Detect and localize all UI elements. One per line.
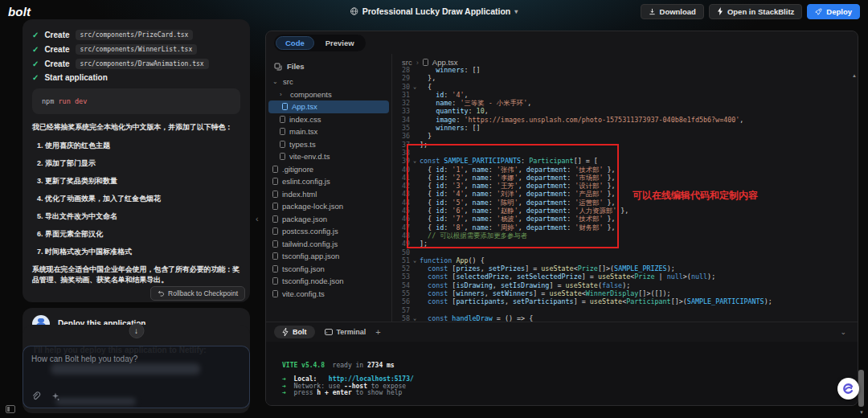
deploy-button[interactable]: Deploy	[807, 4, 860, 19]
tree-item-main-tsx[interactable]: main.tsx	[266, 125, 391, 138]
files-icon	[274, 63, 282, 71]
download-button[interactable]: Download	[641, 4, 704, 19]
fold-gap	[410, 174, 420, 182]
code-editor[interactable]: src › App.tsx 28 winners: []29 },30⌄ {31…	[392, 54, 858, 322]
tree-item-index-css[interactable]: index.css	[266, 113, 391, 126]
code-token: :	[567, 223, 575, 232]
tree-item-vite-config-ts[interactable]: vite.config.ts	[266, 288, 391, 301]
collapse-chat-icon[interactable]: ‹	[256, 214, 259, 223]
summary-intro: 我已经将抽奖系统完全本地化为中文版本，并添加了以下特色：	[32, 122, 240, 133]
file-icon	[272, 252, 278, 260]
project-title-menu[interactable]: Professional Lucky Draw Application ▾	[350, 6, 518, 16]
chat-input[interactable]: How can Bolt help you today?	[23, 346, 250, 408]
tree-item-package-json[interactable]: package.json	[266, 213, 391, 226]
line-number: 43	[392, 190, 410, 198]
code-token: '王芳'	[497, 182, 518, 190]
fold-chevron-icon: ⌄	[410, 83, 420, 91]
redacted-text	[51, 363, 200, 375]
code-token: :	[489, 207, 497, 215]
tab-code[interactable]: Code	[276, 36, 314, 50]
tree-item-src[interactable]: ⌄src	[266, 76, 391, 88]
bolt-logo: bolt	[8, 5, 31, 18]
rollback-checkpoint-button[interactable]: Rollback to Checkpoint	[150, 286, 245, 301]
fold-gap	[410, 91, 420, 99]
code-token: WinnerDisplay	[586, 289, 639, 297]
line-number: 56	[392, 297, 410, 305]
tree-item-vite-env-d-ts[interactable]: vite-env.d.ts	[266, 150, 391, 163]
tree-item-tailwind-config-js[interactable]: tailwind.config.js	[266, 238, 391, 251]
tree-item-label: package.json	[282, 215, 327, 223]
tree-item-package-lock-json[interactable]: package-lock.json	[266, 200, 391, 213]
code-token: department	[526, 182, 567, 190]
feature-item: 4. 优化了动画效果，加入了红金色烟花	[37, 194, 240, 204]
code-token: {	[420, 207, 436, 215]
file-icon	[282, 103, 288, 110]
code-token: '6'	[452, 207, 464, 215]
code-token: setParticipants	[513, 297, 574, 305]
code-token: id	[420, 91, 444, 99]
line-number: 38	[392, 149, 410, 157]
tab-terminal[interactable]: › Terminal	[325, 328, 366, 336]
page-scrollbar-thumb[interactable]	[858, 370, 864, 407]
tree-item-tsconfig-app-json[interactable]: tsconfig.app.json	[266, 250, 391, 263]
enhance-sparkle-icon[interactable]	[51, 391, 60, 401]
scrollbar-up-icon[interactable]: ▲	[852, 73, 857, 78]
line-number: 32	[392, 99, 410, 107]
fold-gap	[410, 99, 420, 107]
editor-tabbar: Code Preview	[266, 31, 858, 54]
code-token: name	[473, 199, 489, 207]
tab-bolt-terminal[interactable]: Bolt	[274, 326, 315, 338]
fold-chevron-icon: ⌄	[410, 157, 420, 165]
breadcrumb-separator-icon: ›	[416, 58, 419, 67]
tree-item-tsconfig-node-json[interactable]: tsconfig.node.json	[266, 275, 391, 288]
scroll-to-bottom-button[interactable]: ↓	[129, 323, 144, 338]
rocket-icon	[815, 8, 822, 15]
tree-item-index-html[interactable]: index.html	[266, 188, 391, 201]
code-token: id	[436, 199, 444, 207]
code-token: ,	[518, 215, 526, 223]
code-token: // 可以根据需要添加更多参与者	[420, 232, 527, 240]
task-item: ✓Createsrc/components/DrawAnimation.tsx	[32, 59, 240, 69]
command-block: npm run dev	[32, 88, 240, 114]
code-token: ,	[465, 199, 473, 207]
tree-item-components[interactable]: ›components	[266, 88, 391, 101]
layout-toggle-icon[interactable]	[6, 405, 15, 413]
code-line: 36 }	[392, 132, 851, 140]
code-token: winners	[420, 124, 464, 132]
scrollbar-down-icon[interactable]: ▼	[859, 410, 864, 415]
new-terminal-button[interactable]: +	[375, 327, 380, 337]
code-token: :	[567, 182, 575, 190]
tree-item-label: vite-env.d.ts	[289, 152, 330, 161]
line-number: 40	[392, 166, 410, 174]
code-line: 42 { id: '3', name: '王芳', department: '设…	[392, 182, 851, 190]
rollback-icon	[158, 290, 165, 297]
tree-item-tsconfig-json[interactable]: tsconfig.json	[266, 263, 391, 276]
tree-item-eslint-config-js[interactable]: eslint.config.js	[266, 175, 391, 188]
file-path-chip[interactable]: src/components/DrawAnimation.tsx	[76, 59, 209, 69]
code-token: },	[604, 223, 616, 232]
tab-preview[interactable]: Preview	[316, 36, 364, 50]
collapse-terminal-icon[interactable]: ⌄	[840, 328, 846, 336]
code-token: '人力资源部'	[575, 207, 616, 215]
code-token: id	[436, 174, 444, 182]
tree-item-types-ts[interactable]: types.ts	[266, 138, 391, 151]
tree-item-app-tsx[interactable]: App.tsx	[268, 100, 389, 113]
line-number: 28	[392, 66, 410, 74]
code-token: >(	[683, 273, 691, 281]
file-icon	[280, 153, 285, 160]
code-line: 45 { id: '6', name: '赵静', department: '人…	[392, 207, 851, 215]
file-icon	[272, 166, 278, 173]
open-in-stackblitz-button[interactable]: Open in StackBlitz	[709, 4, 802, 19]
code-token: ] =	[549, 281, 565, 289]
tree-item-label: main.tsx	[289, 127, 317, 136]
code-token: '3'	[452, 182, 464, 190]
file-path-chip[interactable]: src/components/WinnerList.tsx	[76, 44, 198, 55]
tree-item--gitignore[interactable]: .gitignore	[266, 163, 391, 176]
terminal-output[interactable]: VITE v5.4.8 ready in 2734 ms ➜ Local: ht…	[266, 342, 858, 405]
tree-item-postcss-config-js[interactable]: postcss.config.js	[266, 225, 391, 238]
check-icon: ✓	[32, 31, 39, 39]
attach-link-icon[interactable]	[31, 391, 41, 401]
file-explorer: Files ⌄src›componentsApp.tsxindex.cssmai…	[266, 54, 392, 322]
support-chat-widget-button[interactable]	[837, 378, 859, 400]
file-path-chip[interactable]: src/components/PrizeCard.tsx	[76, 30, 194, 40]
